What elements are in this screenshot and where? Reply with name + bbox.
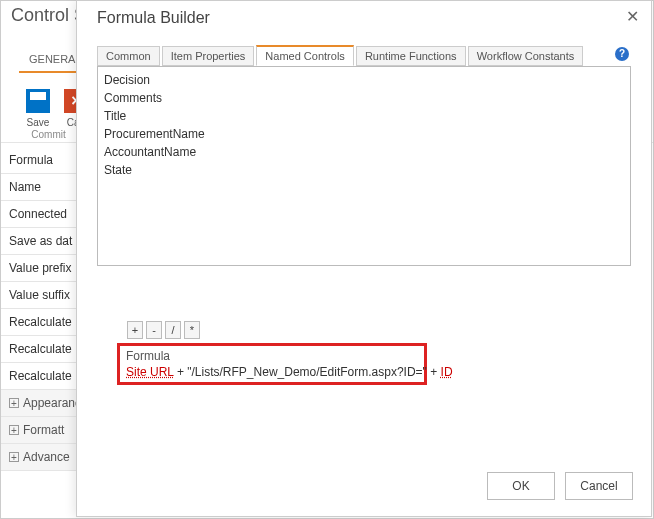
- formula-builder-dialog: Formula Builder ✕ Common Item Properties…: [76, 0, 652, 517]
- formula-content[interactable]: Site URL + "/Lists/RFP_New_Demo/EditForm…: [126, 365, 418, 379]
- formula-label: Formula: [126, 349, 418, 363]
- list-item[interactable]: Decision: [104, 71, 624, 89]
- list-item[interactable]: Comments: [104, 89, 624, 107]
- list-item[interactable]: AccountantName: [104, 143, 624, 161]
- tab-item-properties[interactable]: Item Properties: [162, 46, 255, 66]
- token-site-url[interactable]: Site URL: [126, 365, 174, 379]
- formula-editor[interactable]: Formula Site URL + "/Lists/RFP_New_Demo/…: [117, 343, 427, 385]
- expand-icon: +: [9, 398, 19, 408]
- tab-workflow-constants[interactable]: Workflow Constants: [468, 46, 584, 66]
- list-item[interactable]: ProcurementName: [104, 125, 624, 143]
- help-icon[interactable]: ?: [615, 47, 629, 61]
- op-div[interactable]: /: [165, 321, 181, 339]
- token-id[interactable]: ID: [441, 365, 453, 379]
- formula-tabs: Common Item Properties Named Controls Ru…: [97, 45, 631, 67]
- dialog-title: Formula Builder: [97, 9, 210, 27]
- list-item[interactable]: Title: [104, 107, 624, 125]
- tab-common[interactable]: Common: [97, 46, 160, 66]
- ok-button[interactable]: OK: [487, 472, 555, 500]
- operator-buttons: + - / *: [127, 321, 200, 339]
- expand-icon: +: [9, 452, 19, 462]
- formula-literal: "/Lists/RFP_New_Demo/EditForm.aspx?ID=": [187, 365, 427, 379]
- op-plus[interactable]: +: [127, 321, 143, 339]
- expand-icon: +: [9, 425, 19, 435]
- tab-named-controls[interactable]: Named Controls: [256, 45, 353, 66]
- named-controls-list[interactable]: Decision Comments Title ProcurementName …: [97, 66, 631, 266]
- save-icon: [23, 87, 53, 115]
- close-icon[interactable]: ✕: [626, 7, 639, 26]
- cancel-button[interactable]: Cancel: [565, 472, 633, 500]
- tab-runtime-functions[interactable]: Runtime Functions: [356, 46, 466, 66]
- op-minus[interactable]: -: [146, 321, 162, 339]
- save-button[interactable]: Save: [23, 87, 53, 128]
- list-item[interactable]: State: [104, 161, 624, 179]
- op-mul[interactable]: *: [184, 321, 200, 339]
- dialog-buttons: OK Cancel: [487, 472, 633, 500]
